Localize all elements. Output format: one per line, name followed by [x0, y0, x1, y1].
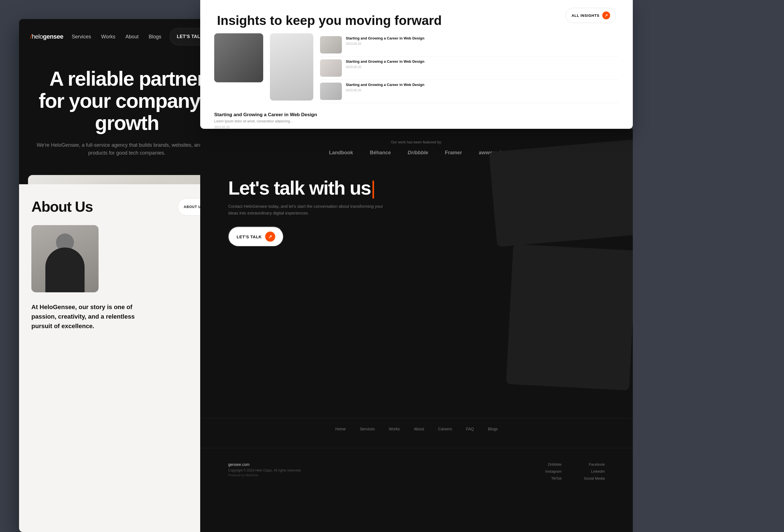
insights-title: Insights to keep you moving forward: [217, 13, 442, 28]
blog-thumb-1: [320, 36, 342, 54]
featured-title: Starting and Growing a Career in Web Des…: [214, 112, 335, 118]
footer-nav-about[interactable]: About: [414, 427, 424, 431]
featured-by-label: Our work has been featured by:: [228, 140, 605, 144]
featured-excerpt: Starting and Growing a Career in Web Des…: [214, 112, 335, 129]
nav-services[interactable]: Services: [72, 34, 91, 40]
footer-social-media[interactable]: Social Media: [584, 476, 605, 480]
logo-gensee: gensee: [43, 33, 63, 40]
nav-links: Services Works About Blogs: [72, 34, 161, 40]
blog-item-1[interactable]: Starting and Growing a Career in Web Des…: [320, 33, 619, 57]
insights-image-mid: [270, 33, 313, 101]
featured-excerpt-text: Lorem ipsum dolor sit amet, consectetur …: [214, 119, 335, 123]
blog-text-1: Starting and Growing a Career in Web Des…: [346, 36, 424, 54]
footer-nav-home[interactable]: Home: [335, 427, 346, 431]
footer-nav: Home Services Works About Careers FAQ Bl…: [200, 418, 633, 437]
hero-subtext: We're HeloGensee, a full-service agency …: [36, 141, 218, 157]
blog-thumb-2: [320, 59, 342, 77]
logo[interactable]: /helogensee: [30, 33, 63, 40]
insights-blog-list: Starting and Growing a Career in Web Des…: [320, 33, 619, 103]
footer-social-dribbble[interactable]: Dribbble: [545, 462, 562, 467]
footer-right: Dribbble Instagram TikTok Facebook Linke…: [545, 462, 605, 480]
footer-social-col-2: Facebook LinkedIn Social Media: [584, 462, 605, 480]
hero-headline: A reliable partner for your company's gr…: [36, 68, 218, 134]
footer-nav-blogs[interactable]: Blogs: [488, 427, 498, 431]
bg-card-2: [506, 244, 633, 390]
blog-text-2: Starting and Growing a Career in Web Des…: [346, 59, 424, 77]
insights-window: Insights to keep you moving forward ALL …: [200, 0, 633, 129]
footer-bottom: gensee.com Copyright © 2024 Helo Claps. …: [200, 448, 633, 532]
insights-header: Insights to keep you moving forward ALL …: [200, 0, 633, 33]
footer-nav-careers[interactable]: Careers: [438, 427, 452, 431]
blog-item-3[interactable]: Starting and Growing a Career in Web Des…: [320, 80, 619, 103]
insights-content-row: Starting and Growing a Career in Web Des…: [200, 33, 633, 103]
cta-cursor-icon: |: [371, 177, 375, 198]
featured-date: 2023.05.20: [214, 125, 335, 129]
logo-behance: Béhance: [370, 150, 391, 156]
blog-title-1: Starting and Growing a Career in Web Des…: [346, 36, 424, 41]
footer-social-facebook[interactable]: Facebook: [584, 462, 605, 467]
footer-copyright: Copyright © 2024 Helo Claps. All rights …: [228, 469, 301, 472]
footer-nav-faq[interactable]: FAQ: [466, 427, 474, 431]
footer-social-instagram[interactable]: Instagram: [545, 469, 562, 474]
insights-image-large: [214, 33, 263, 82]
all-insights-arrow-icon: ↗: [602, 11, 610, 19]
nav-works[interactable]: Works: [101, 34, 115, 40]
cta-window: Our work has been featured by: Landbook …: [200, 129, 633, 532]
logo-landbook: Landbook: [329, 150, 353, 156]
cta-subtext: Contact HeloGensee today, and let's star…: [228, 203, 391, 217]
blog-date-3: 2023.05.20: [346, 88, 424, 92]
nav-about[interactable]: About: [125, 34, 139, 40]
bg-decorative-cards: [493, 146, 633, 386]
all-insights-button[interactable]: ALL INSIGHTS ↗: [566, 8, 616, 23]
cta-btn-arrow-icon: ↗: [265, 231, 275, 242]
blog-item-2[interactable]: Starting and Growing a Career in Web Des…: [320, 57, 619, 80]
footer-social-col-1: Dribbble Instagram TikTok: [545, 462, 562, 480]
footer-social-linkedin[interactable]: LinkedIn: [584, 469, 605, 474]
cta-btn-label: LET'S TALK: [236, 234, 262, 239]
blog-date-2: 2023.05.20: [346, 65, 424, 68]
about-photo: [31, 225, 99, 292]
footer-domain: gensee.com: [228, 462, 301, 467]
footer-left: gensee.com Copyright © 2024 Helo Claps. …: [228, 462, 301, 477]
blog-title-3: Starting and Growing a Career in Web Des…: [346, 83, 424, 87]
blog-title-2: Starting and Growing a Career in Web Des…: [346, 59, 424, 64]
blog-date-1: 2023.05.20: [346, 42, 424, 45]
footer-nav-services[interactable]: Services: [360, 427, 375, 431]
about-body-text: At HeloGensee, our story is one of passi…: [31, 302, 155, 331]
nav-cta-label: LET'S TALK: [177, 34, 203, 39]
footer-powered: Powered by WebFlow: [228, 474, 301, 477]
bg-card-1: [489, 139, 633, 247]
all-insights-label: ALL INSIGHTS: [571, 13, 599, 18]
footer-nav-works[interactable]: Works: [389, 427, 400, 431]
person-body: [45, 248, 85, 292]
logo-framer: Framer: [445, 150, 462, 156]
footer-social-tiktok[interactable]: TikTok: [545, 476, 562, 480]
logo-dribbble: Dribbble: [408, 150, 428, 156]
blog-text-3: Starting and Growing a Career in Web Des…: [346, 83, 424, 100]
logo-helo: helo: [32, 33, 43, 40]
blog-thumb-3: [320, 83, 342, 100]
cta-button[interactable]: LET'S TALK ↗: [228, 226, 284, 247]
nav-blogs[interactable]: Blogs: [149, 34, 161, 40]
